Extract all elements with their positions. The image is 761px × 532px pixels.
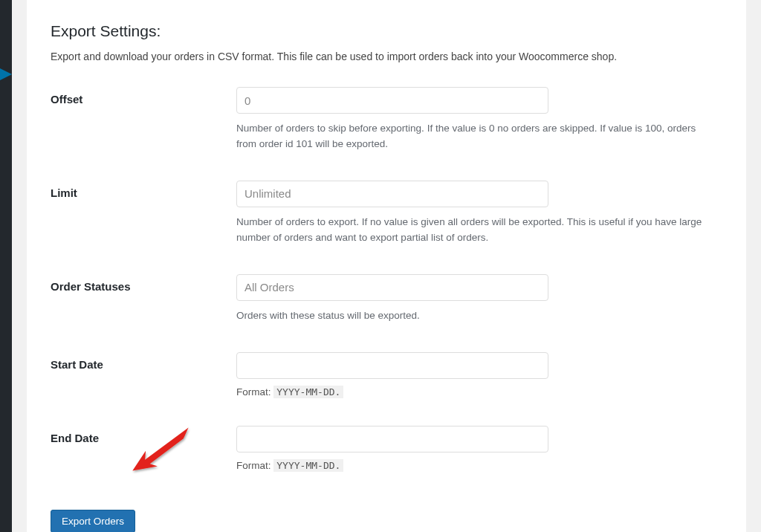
- export-orders-button[interactable]: Export Orders: [51, 510, 135, 532]
- start-date-row: Start Date Format: YYYY-MM-DD.: [51, 352, 722, 398]
- start-date-input[interactable]: [236, 352, 548, 379]
- end-date-row: End Date Format: YYYY-MM-DD.: [51, 426, 722, 471]
- limit-row: Limit Number of orders to export. If no …: [51, 181, 722, 246]
- end-date-format-prefix: Format:: [236, 460, 273, 471]
- start-date-control-wrap: Format: YYYY-MM-DD.: [236, 352, 712, 398]
- admin-sidebar-sliver: [0, 0, 12, 532]
- start-date-format: Format: YYYY-MM-DD.: [236, 386, 712, 398]
- offset-control-wrap: Number of orders to skip before exportin…: [236, 87, 712, 152]
- offset-label: Offset: [51, 87, 236, 106]
- order-statuses-help: Orders with these status will be exporte…: [236, 308, 712, 324]
- order-statuses-control-wrap: Orders with these status will be exporte…: [236, 274, 712, 324]
- offset-input[interactable]: [236, 87, 548, 114]
- page-title: Export Settings:: [51, 22, 722, 40]
- end-date-format-code: YYYY-MM-DD.: [273, 459, 343, 472]
- page-description: Export and download your orders in CSV f…: [51, 49, 722, 65]
- start-date-label: Start Date: [51, 352, 236, 371]
- limit-help: Number of orders to export. If no value …: [236, 215, 712, 246]
- limit-input[interactable]: [236, 181, 548, 207]
- content-wrap: Export Settings: Export and download you…: [12, 0, 761, 532]
- limit-control-wrap: Number of orders to export. If no value …: [236, 181, 712, 246]
- end-date-control-wrap: Format: YYYY-MM-DD.: [236, 426, 712, 471]
- start-date-format-code: YYYY-MM-DD.: [273, 386, 343, 398]
- start-date-format-prefix: Format:: [236, 386, 273, 398]
- export-settings-card: Export Settings: Export and download you…: [27, 0, 746, 532]
- order-statuses-row: Order Statuses Orders with these status …: [51, 274, 722, 324]
- offset-row: Offset Number of orders to skip before e…: [51, 87, 722, 152]
- limit-label: Limit: [51, 181, 236, 199]
- end-date-input[interactable]: [236, 426, 548, 452]
- order-statuses-input[interactable]: [236, 274, 548, 301]
- end-date-label: End Date: [51, 426, 236, 444]
- end-date-format: Format: YYYY-MM-DD.: [236, 460, 712, 471]
- order-statuses-label: Order Statuses: [51, 274, 236, 293]
- offset-help: Number of orders to skip before exportin…: [236, 121, 712, 152]
- sidebar-active-marker: [0, 68, 12, 80]
